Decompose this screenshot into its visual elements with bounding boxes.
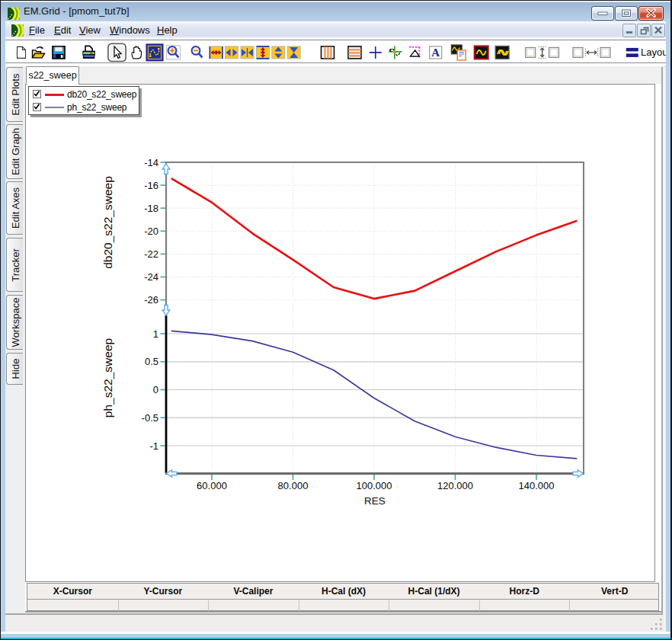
svg-text:140.000: 140.000: [519, 480, 555, 491]
svg-text:0: 0: [153, 384, 158, 395]
svg-text:100.000: 100.000: [357, 480, 392, 491]
svg-text:-20: -20: [144, 226, 158, 237]
svg-text:-0.5: -0.5: [142, 412, 158, 424]
svg-text:-18: -18: [144, 203, 158, 214]
svg-text:-24: -24: [144, 271, 158, 283]
svg-text:db20_s22_sweep: db20_s22_sweep: [101, 176, 114, 269]
svg-text:-1: -1: [149, 440, 158, 452]
svg-text:Layout: Layout: [641, 46, 666, 58]
svg-text:80.000: 80.000: [278, 480, 309, 491]
svg-text:60.000: 60.000: [197, 480, 227, 491]
svg-text:-16: -16: [144, 180, 158, 191]
svg-text:1: 1: [153, 328, 158, 340]
svg-text:0.5: 0.5: [145, 356, 158, 367]
svg-text:-26: -26: [144, 294, 158, 306]
svg-text:A: A: [431, 46, 440, 59]
svg-text:-14: -14: [144, 157, 158, 168]
svg-text:ph_s22_sweep: ph_s22_sweep: [101, 338, 114, 418]
svg-text:120.000: 120.000: [437, 480, 473, 491]
svg-text:-22: -22: [144, 248, 158, 260]
svg-text:RES: RES: [364, 495, 386, 507]
